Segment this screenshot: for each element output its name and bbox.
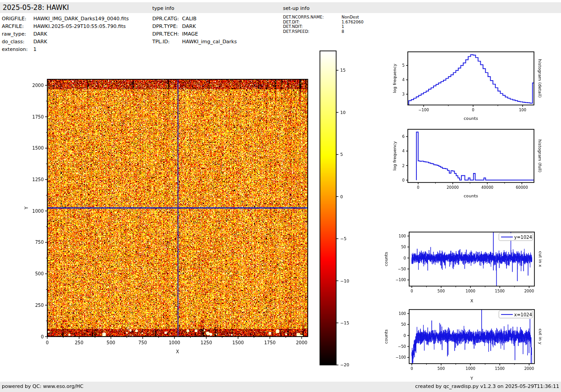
meta-value: 8 — [342, 29, 344, 34]
svg-text:15: 15 — [340, 68, 346, 73]
meta-value: HAWKI.2025-05-29T10:55:05.790.fits — [33, 23, 126, 29]
svg-text:2000: 2000 — [32, 83, 44, 88]
cut-in-x-plot: 0500100015002000−100−50050100Xcountscut … — [383, 192, 543, 324]
svg-text:−100: −100 — [418, 108, 429, 112]
svg-text:750: 750 — [35, 240, 44, 245]
header-bar — [0, 2, 561, 13]
legend-label: x=1024 — [514, 312, 532, 317]
cut-curve — [412, 269, 532, 370]
svg-text:2000: 2000 — [524, 289, 534, 293]
svg-text:0: 0 — [410, 289, 413, 293]
cut-curve — [412, 192, 532, 324]
meta-label: do_class: — [2, 39, 24, 45]
svg-text:0: 0 — [404, 333, 406, 338]
qc-report-page: 2025-05-28: HAWKI type info set-up info … — [0, 0, 561, 392]
legend-label: y=1024 — [514, 235, 532, 240]
svg-text:0: 0 — [41, 334, 44, 339]
histogram-full-plot: 02000040000600000246countslog frequencyh… — [392, 129, 543, 198]
svg-text:0: 0 — [417, 185, 419, 190]
svg-text:4: 4 — [402, 149, 405, 153]
svg-text:0: 0 — [402, 178, 405, 182]
svg-text:0: 0 — [46, 340, 49, 345]
svg-text:6: 6 — [402, 134, 405, 139]
svg-text:−10: −10 — [340, 278, 349, 283]
meta-label: TPL.ID: — [152, 39, 169, 45]
svg-text:60000: 60000 — [516, 185, 528, 190]
svg-text:500: 500 — [438, 366, 445, 371]
svg-text:log frequency: log frequency — [392, 141, 397, 171]
svg-text:Y: Y — [470, 376, 473, 381]
meta-label: extension: — [2, 46, 27, 52]
svg-text:1000: 1000 — [465, 289, 475, 293]
svg-text:−20: −20 — [340, 362, 349, 367]
svg-text:0: 0 — [472, 108, 474, 112]
svg-text:0: 0 — [404, 256, 406, 260]
svg-text:histogram (full): histogram (full) — [538, 139, 543, 172]
meta-label: DET.NCORRS.NAME: — [283, 15, 324, 19]
svg-text:50: 50 — [401, 322, 406, 327]
svg-text:1750: 1750 — [264, 340, 275, 345]
legend: y=1024 — [499, 233, 533, 241]
svg-text:250: 250 — [35, 303, 44, 308]
svg-text:5: 5 — [402, 63, 405, 68]
svg-text:histogram (detail): histogram (detail) — [538, 59, 543, 97]
cut-in-y-plot: 0500100015002000−100−50050100Ycountscut … — [383, 269, 543, 381]
meta-value: 1.6762060 — [342, 20, 364, 24]
svg-text:counts: counts — [383, 252, 388, 266]
meta-value: DARK — [182, 23, 196, 29]
svg-text:−5: −5 — [340, 236, 347, 241]
svg-text:0: 0 — [410, 366, 413, 371]
page-title: 2025-05-28: HAWKI — [3, 4, 69, 12]
svg-text:1500: 1500 — [233, 340, 244, 345]
footer-right-text: created by qc_rawdisp.py v1.2.3 on 2025-… — [415, 383, 559, 389]
svg-text:−50: −50 — [398, 344, 406, 349]
svg-text:X: X — [176, 349, 179, 354]
svg-text:500: 500 — [438, 289, 445, 293]
raw-image-canvas — [47, 79, 308, 337]
svg-text:2000: 2000 — [296, 340, 307, 345]
meta-label: DET.NDIT: — [283, 24, 303, 29]
svg-text:2: 2 — [402, 164, 405, 168]
footer-left-text: powered by QC: www.eso.org/HC — [2, 383, 83, 389]
svg-text:1500: 1500 — [32, 146, 44, 150]
svg-text:counts: counts — [383, 329, 388, 344]
svg-text:3: 3 — [402, 92, 405, 96]
svg-text:counts: counts — [464, 193, 478, 198]
meta-label: DET.RSPEED: — [283, 29, 310, 34]
svg-text:1500: 1500 — [495, 289, 505, 293]
meta-value: CALIB — [182, 16, 196, 22]
svg-text:0: 0 — [340, 194, 343, 199]
svg-text:Y: Y — [24, 206, 29, 210]
type-info-heading: type info — [152, 5, 174, 11]
svg-text:100: 100 — [519, 108, 526, 112]
svg-text:750: 750 — [138, 340, 147, 345]
svg-text:20000: 20000 — [447, 185, 459, 190]
meta-label: ARCFILE: — [2, 23, 24, 29]
meta-label: DET.DIT: — [283, 20, 300, 24]
svg-text:500: 500 — [107, 340, 115, 345]
svg-text:100: 100 — [399, 311, 406, 316]
meta-label: DPR.CATG: — [152, 16, 179, 22]
meta-value: DARK — [33, 31, 47, 37]
svg-text:−50: −50 — [398, 267, 406, 271]
svg-text:1000: 1000 — [32, 209, 44, 214]
svg-text:4: 4 — [402, 77, 405, 82]
svg-text:1250: 1250 — [32, 177, 44, 182]
meta-value: 1 — [33, 46, 36, 52]
svg-text:50: 50 — [401, 245, 406, 249]
svg-text:1000: 1000 — [465, 366, 475, 371]
histogram-curve — [409, 55, 535, 105]
meta-value: DARK — [33, 39, 47, 45]
meta-label: DPR.TYPE: — [152, 23, 178, 29]
colorbar-gradient-canvas — [320, 51, 336, 365]
svg-text:cut in x: cut in x — [538, 251, 543, 267]
svg-text:1000: 1000 — [169, 340, 180, 345]
svg-text:1250: 1250 — [201, 340, 212, 345]
legend: x=1024 — [499, 311, 533, 319]
svg-text:1750: 1750 — [32, 114, 44, 119]
svg-text:X: X — [470, 298, 474, 303]
meta-value: HAWKI_IMG_DARK_Darks149_0040.fits — [33, 16, 129, 22]
svg-text:1500: 1500 — [495, 366, 505, 371]
svg-text:10: 10 — [340, 110, 346, 115]
svg-text:5: 5 — [340, 152, 343, 157]
